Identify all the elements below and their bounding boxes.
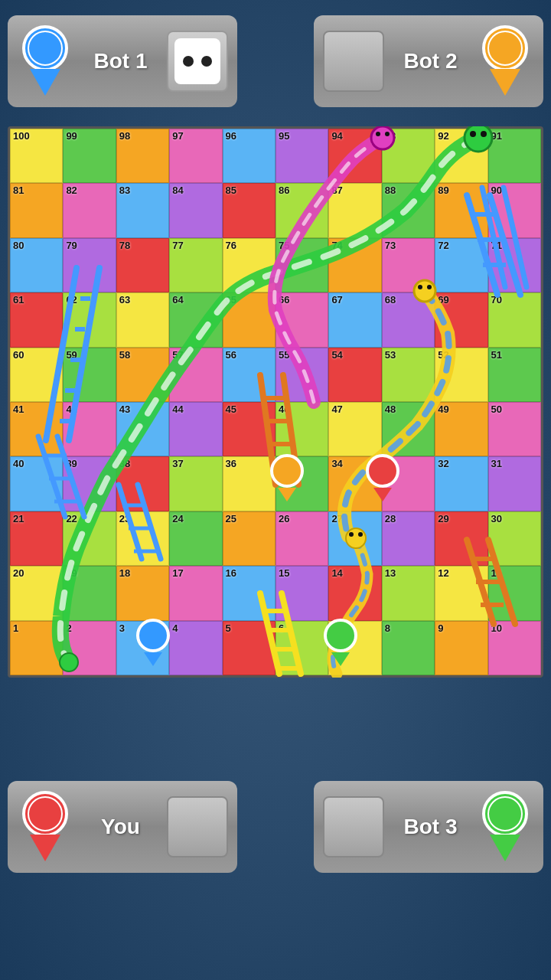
cell-number-57: 57 [172, 350, 183, 360]
bot1-dice[interactable] [167, 31, 228, 92]
cell-77: 77 [169, 238, 222, 292]
cell-number-99: 99 [66, 131, 77, 141]
cell-number-15: 15 [279, 568, 289, 578]
cell-13: 13 [382, 566, 435, 620]
cell-number-88: 88 [385, 185, 396, 195]
cell-74: 74 [328, 238, 381, 292]
cell-number-87: 87 [331, 185, 342, 195]
cell-number-89: 89 [438, 185, 448, 195]
cell-18: 18 [116, 566, 169, 620]
cell-9: 9 [435, 621, 487, 675]
cell-85: 85 [223, 183, 276, 237]
cell-82: 82 [63, 183, 116, 237]
cell-number-29: 29 [438, 514, 448, 524]
cell-number-27: 27 [331, 514, 342, 524]
cell-number-12: 12 [438, 568, 448, 578]
cell-number-16: 16 [226, 568, 236, 578]
cell-98: 98 [116, 129, 169, 183]
cell-19: 19 [63, 566, 116, 620]
cell-80: 80 [10, 238, 63, 292]
bot1-marker [17, 23, 74, 100]
cell-number-34: 34 [331, 459, 342, 469]
cell-number-76: 76 [226, 240, 236, 250]
cell-number-64: 64 [172, 295, 183, 305]
cell-84: 84 [169, 183, 222, 237]
cell-number-10: 10 [491, 623, 502, 633]
svg-point-5 [488, 31, 522, 65]
cell-number-14: 14 [331, 568, 342, 578]
cell-99: 99 [63, 129, 116, 183]
cell-1: 1 [10, 621, 63, 675]
cell-72: 72 [435, 238, 487, 292]
cell-54: 54 [328, 348, 381, 402]
cell-34: 34 [328, 456, 381, 511]
cell-number-1: 1 [13, 623, 18, 633]
bot2-dice-empty [323, 31, 384, 92]
cell-number-94: 94 [331, 131, 342, 141]
cell-79: 79 [63, 238, 116, 292]
cell-number-23: 23 [119, 514, 130, 524]
you-dice-empty [167, 796, 228, 858]
cell-30: 30 [488, 511, 541, 566]
cell-22: 22 [63, 511, 116, 566]
cell-24: 24 [169, 511, 222, 566]
game-board: 1009998979695949392918182838485868788899… [8, 126, 543, 678]
cell-number-78: 78 [119, 240, 130, 250]
cell-64: 64 [169, 292, 222, 347]
cell-7: 7 [328, 621, 381, 675]
bot3-panel: Bot 3 [314, 781, 543, 873]
cell-number-41: 41 [13, 404, 24, 414]
cell-68: 68 [382, 292, 435, 347]
cell-number-60: 60 [13, 350, 24, 360]
cell-number-66: 66 [279, 295, 289, 305]
cell-36: 36 [223, 456, 276, 511]
cell-number-46: 46 [279, 404, 289, 414]
cell-61: 61 [10, 292, 63, 347]
cell-42: 42 [63, 402, 116, 456]
cell-40: 40 [10, 456, 63, 511]
cell-number-80: 80 [13, 240, 24, 250]
cell-number-84: 84 [172, 185, 183, 195]
cell-26: 26 [276, 511, 328, 566]
svg-marker-72 [490, 835, 520, 861]
cell-4: 4 [169, 621, 222, 675]
cell-90: 90 [488, 183, 541, 237]
cell-number-28: 28 [385, 514, 396, 524]
cell-91: 91 [488, 129, 541, 183]
cell-2: 2 [63, 621, 116, 675]
cell-66: 66 [276, 292, 328, 347]
cell-100: 100 [10, 129, 63, 183]
cell-15: 15 [276, 566, 328, 620]
cell-number-21: 21 [13, 514, 24, 524]
cell-number-33: 33 [385, 459, 396, 469]
cell-number-77: 77 [172, 240, 183, 250]
cell-65: 65 [223, 292, 276, 347]
cell-number-83: 83 [119, 185, 130, 195]
cell-11: 11 [488, 566, 541, 620]
cell-number-82: 82 [66, 185, 77, 195]
cell-number-59: 59 [66, 350, 77, 360]
cell-23: 23 [116, 511, 169, 566]
cell-29: 29 [435, 511, 487, 566]
cell-8: 8 [382, 621, 435, 675]
cell-49: 49 [435, 402, 487, 456]
cell-38: 38 [116, 456, 169, 511]
cell-51: 51 [488, 348, 541, 402]
cell-number-61: 61 [13, 295, 24, 305]
cell-number-48: 48 [385, 404, 396, 414]
cell-number-3: 3 [119, 623, 125, 633]
cell-number-26: 26 [279, 514, 289, 524]
cell-97: 97 [169, 129, 222, 183]
cell-number-30: 30 [491, 514, 502, 524]
cell-number-49: 49 [438, 404, 448, 414]
cell-number-54: 54 [331, 350, 342, 360]
bot2-name: Bot 2 [384, 49, 477, 74]
cell-number-13: 13 [385, 568, 396, 578]
svg-point-2 [28, 31, 62, 65]
cell-number-96: 96 [226, 131, 236, 141]
cell-number-75: 75 [279, 240, 289, 250]
cell-number-79: 79 [66, 240, 77, 250]
cell-10: 10 [488, 621, 541, 675]
cell-number-52: 52 [438, 350, 448, 360]
cell-number-50: 50 [491, 404, 502, 414]
